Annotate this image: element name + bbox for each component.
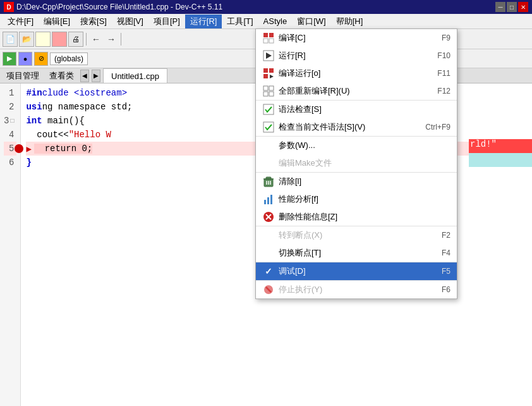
run-menu-section-6: ✓ 调试[D] F5 (256, 262, 457, 281)
stop-icon (262, 283, 275, 296)
run-menu-syntax[interactable]: 语法检查[S] (256, 101, 457, 118)
svg-rect-22 (264, 200, 266, 204)
svg-rect-15 (263, 122, 274, 132)
debug-check-icon: ✓ (262, 265, 275, 278)
rebuild-label: 全部重新编译[R](U) (279, 85, 425, 97)
svg-marker-9 (270, 75, 274, 78)
syntax-cur-label: 检查当前文件语法[S](V) (279, 121, 413, 133)
run-dropdown-menu: 编译[C] F9 运行[R] F10 (255, 28, 457, 299)
toggle-bp-label: 切换断点[T] (279, 247, 429, 259)
run-menu-toggle-bp[interactable]: 切换断点[T] F4 (256, 244, 457, 262)
svg-rect-7 (269, 68, 274, 73)
params-label: 参数(W)... (279, 140, 450, 151)
run-menu-section-1: 编译[C] F9 运行[R] F10 (256, 29, 457, 101)
svg-rect-14 (263, 104, 274, 114)
run-shortcut: F10 (437, 51, 450, 60)
run-menu-run[interactable]: 运行[R] F10 (256, 47, 457, 65)
toggle-bp-icon (262, 247, 275, 259)
goto-bp-label: 转到断点(X) (279, 230, 429, 241)
run-menu-syntax-cur[interactable]: 检查当前文件语法[S](V) Ctrl+F9 (256, 118, 457, 136)
run-menu-editmake: 编辑Make文件 (256, 154, 457, 172)
clean-label: 清除[l] (279, 176, 450, 187)
trash-icon (262, 175, 275, 188)
goto-bp-shortcut: F2 (442, 231, 450, 240)
run-menu-section-7: 停止执行(Y) F6 (256, 281, 457, 298)
svg-rect-1 (269, 33, 274, 37)
run-label: 运行[R] (279, 50, 425, 61)
compile-icon (262, 32, 275, 44)
svg-rect-11 (269, 86, 274, 90)
run-menu-profile[interactable]: 性能分析[f] (256, 190, 457, 208)
syntax-cur-icon (262, 121, 275, 133)
editmake-icon (262, 157, 275, 169)
run-menu-section-4: 清除[l] 性能分析[f] (256, 173, 457, 226)
run-menu-compile-run[interactable]: 编译运行[o] F11 (256, 65, 457, 82)
stop-shortcut: F6 (442, 285, 450, 294)
run-menu-section-2: 语法检查[S] 检查当前文件语法[S](V) Ctrl+F9 (256, 101, 457, 137)
syntax-check-icon (262, 103, 275, 116)
compile-run-icon (262, 67, 275, 80)
goto-bp-icon (262, 229, 275, 242)
run-menu-compile[interactable]: 编译[C] F9 (256, 29, 457, 47)
delete-profile-icon (262, 211, 275, 223)
debug-label: 调试[D] (279, 266, 429, 277)
menu-overlay[interactable]: 编译[C] F9 运行[R] F10 (0, 0, 532, 406)
run-menu-params[interactable]: 参数(W)... (256, 137, 457, 154)
delete-profile-label: 删除性能信息[Z] (279, 211, 450, 223)
run-menu-rebuild[interactable]: 全部重新编译[R](U) F12 (256, 82, 457, 100)
svg-rect-24 (270, 195, 272, 204)
run-menu-delete-profile[interactable]: 删除性能信息[Z] (256, 208, 457, 226)
run-menu-stop: 停止执行(Y) F6 (256, 281, 457, 298)
svg-rect-6 (263, 68, 268, 73)
debug-shortcut: F5 (442, 267, 450, 276)
run-menu-section-3: 参数(W)... 编辑Make文件 (256, 137, 457, 173)
run-menu-debug[interactable]: ✓ 调试[D] F5 (256, 262, 457, 280)
svg-rect-0 (263, 33, 268, 37)
svg-rect-12 (263, 92, 268, 96)
run-menu-section-5: 转到断点(X) F2 切换断点[T] F4 (256, 226, 457, 262)
rebuild-shortcut: F12 (437, 87, 450, 95)
params-icon (262, 139, 275, 152)
svg-rect-10 (263, 86, 268, 90)
chart-icon (262, 193, 275, 206)
compile-run-label: 编译运行[o] (279, 68, 425, 79)
syntax-label: 语法检查[S] (279, 104, 438, 115)
run-menu-goto-bp: 转到断点(X) F2 (256, 226, 457, 244)
svg-rect-8 (263, 74, 268, 78)
syntax-cur-shortcut: Ctrl+F9 (425, 123, 450, 132)
compile-shortcut: F9 (442, 34, 450, 42)
svg-rect-13 (269, 92, 274, 96)
compile-label: 编译[C] (279, 32, 429, 44)
toggle-bp-shortcut: F4 (442, 249, 450, 257)
editmake-label: 编辑Make文件 (279, 157, 450, 169)
svg-rect-2 (263, 39, 268, 43)
rebuild-icon (262, 85, 275, 97)
run-menu-clean[interactable]: 清除[l] (256, 173, 457, 190)
run-icon (262, 49, 275, 62)
profile-label: 性能分析[f] (279, 194, 450, 205)
svg-rect-23 (267, 197, 269, 204)
stop-label: 停止执行(Y) (279, 284, 429, 295)
compile-run-shortcut: F11 (437, 69, 450, 78)
svg-rect-3 (269, 39, 274, 43)
